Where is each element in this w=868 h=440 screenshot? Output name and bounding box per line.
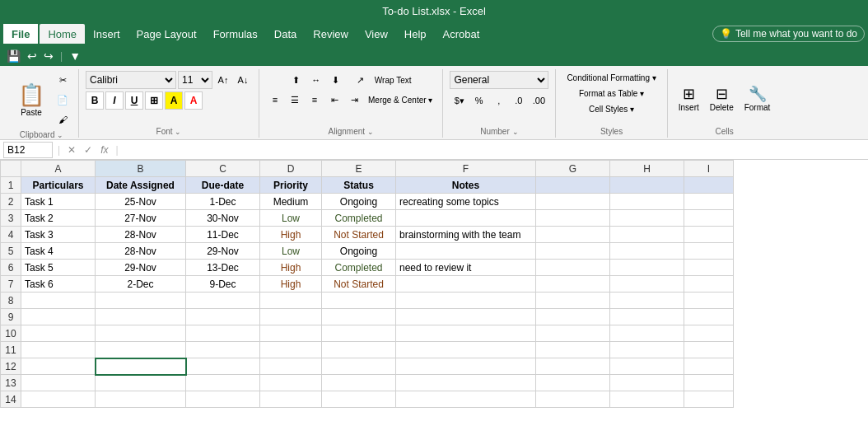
cell-13-6[interactable] <box>396 375 536 391</box>
cell-13-1[interactable] <box>21 375 96 391</box>
cell-13-4[interactable] <box>260 375 322 391</box>
cell-8-4[interactable] <box>260 293 322 309</box>
row-header-2[interactable]: 2 <box>1 194 21 210</box>
row-header-5[interactable]: 5 <box>1 243 21 260</box>
customize-qa-button[interactable]: ▼ <box>68 49 82 63</box>
cell-7-4[interactable]: High <box>260 276 322 293</box>
row-header-7[interactable]: 7 <box>1 276 21 293</box>
cell-8-5[interactable] <box>322 293 396 309</box>
cell-5-1[interactable]: Task 4 <box>21 243 96 260</box>
formula-input[interactable] <box>124 144 865 156</box>
cell-9-9[interactable] <box>684 309 734 325</box>
cell-9-2[interactable] <box>96 309 186 325</box>
cell-2-5[interactable]: Ongoing <box>322 194 396 210</box>
save-button[interactable]: 💾 <box>5 49 22 63</box>
col-header-a[interactable]: A <box>21 161 96 177</box>
cell-11-9[interactable] <box>684 342 734 358</box>
cell-8-8[interactable] <box>610 293 684 309</box>
cell-4-9[interactable] <box>684 227 734 243</box>
cell-14-9[interactable] <box>684 391 734 408</box>
insert-function-icon[interactable]: fx <box>98 144 110 156</box>
cell-10-3[interactable] <box>186 325 260 342</box>
cell-11-3[interactable] <box>186 342 260 358</box>
col-header-f[interactable]: F <box>396 161 536 177</box>
cell-7-1[interactable]: Task 6 <box>21 276 96 293</box>
cell-8-1[interactable] <box>21 293 96 309</box>
row-header-9[interactable]: 9 <box>1 309 21 325</box>
cell-12-2[interactable] <box>96 358 186 375</box>
cell-3-6[interactable] <box>396 210 536 227</box>
cell-9-3[interactable] <box>186 309 260 325</box>
cell-13-9[interactable] <box>684 375 734 391</box>
cell-6-9[interactable] <box>684 260 734 276</box>
cell-9-4[interactable] <box>260 309 322 325</box>
col-header-i[interactable]: I <box>684 161 734 177</box>
cell-13-5[interactable] <box>322 375 396 391</box>
cell-6-8[interactable] <box>610 260 684 276</box>
menu-data[interactable]: Data <box>266 24 305 44</box>
col-header-c[interactable]: C <box>186 161 260 177</box>
cell-9-7[interactable] <box>536 309 610 325</box>
cell-12-8[interactable] <box>610 358 684 375</box>
cell-10-4[interactable] <box>260 325 322 342</box>
decrease-decimal-button[interactable]: .0 <box>510 91 528 110</box>
cell-9-5[interactable] <box>322 309 396 325</box>
cell-11-5[interactable] <box>322 342 396 358</box>
cell-styles-button[interactable]: Cell Styles ▾ <box>585 102 638 116</box>
currency-button[interactable]: $▾ <box>450 91 469 110</box>
cell-4-8[interactable] <box>610 227 684 243</box>
cancel-formula-icon[interactable]: ✕ <box>65 144 78 156</box>
row-header-8[interactable]: 8 <box>1 293 21 309</box>
cell-8-3[interactable] <box>186 293 260 309</box>
decrease-font-button[interactable]: A↓ <box>234 71 252 89</box>
font-name-select[interactable]: Calibri Arial Times New Roman <box>86 71 176 89</box>
cell-6-1[interactable]: Task 5 <box>21 260 96 276</box>
menu-page-layout[interactable]: Page Layout <box>128 24 205 44</box>
cell-10-5[interactable] <box>322 325 396 342</box>
confirm-formula-icon[interactable]: ✓ <box>82 144 95 156</box>
file-menu[interactable]: File <box>3 24 38 44</box>
cell-4-7[interactable] <box>536 227 610 243</box>
cell-10-6[interactable] <box>396 325 536 342</box>
col-header-e[interactable]: E <box>322 161 396 177</box>
col-header-b[interactable]: B <box>96 161 186 177</box>
cell-6-2[interactable]: 29-Nov <box>96 260 186 276</box>
number-format-select[interactable]: General Number Currency Percentage <box>450 71 548 89</box>
cell-6-6[interactable]: need to review it <box>396 260 536 276</box>
cell-5-6[interactable] <box>396 243 536 260</box>
cell-12-4[interactable] <box>260 358 322 375</box>
cell-5-2[interactable]: 28-Nov <box>96 243 186 260</box>
col-header-d[interactable]: D <box>260 161 322 177</box>
cell-4-3[interactable]: 11-Dec <box>186 227 260 243</box>
merge-center-button[interactable]: Merge & Center ▾ <box>365 91 436 109</box>
cell-3-4[interactable]: Low <box>260 210 322 227</box>
cell-6-4[interactable]: High <box>260 260 322 276</box>
cell-14-4[interactable] <box>260 391 322 408</box>
cell-1-8[interactable] <box>610 177 684 194</box>
cell-12-5[interactable] <box>322 358 396 375</box>
cell-4-1[interactable]: Task 3 <box>21 227 96 243</box>
menu-review[interactable]: Review <box>305 24 357 44</box>
cell-5-7[interactable] <box>536 243 610 260</box>
cell-8-2[interactable] <box>96 293 186 309</box>
cell-1-4[interactable]: Priority <box>260 177 322 194</box>
row-header-1[interactable]: 1 <box>1 177 21 194</box>
cell-14-3[interactable] <box>186 391 260 408</box>
percent-button[interactable]: % <box>470 91 488 110</box>
paste-button[interactable]: 📋 Paste <box>12 77 51 122</box>
decrease-indent-button[interactable]: ⇤ <box>325 91 343 109</box>
align-center-button[interactable]: ☰ <box>286 91 304 109</box>
cell-6-5[interactable]: Completed <box>322 260 396 276</box>
cell-3-9[interactable] <box>684 210 734 227</box>
cell-1-3[interactable]: Due-date <box>186 177 260 194</box>
row-header-6[interactable]: 6 <box>1 260 21 276</box>
cell-11-4[interactable] <box>260 342 322 358</box>
cell-7-2[interactable]: 2-Dec <box>96 276 186 293</box>
cell-3-7[interactable] <box>536 210 610 227</box>
row-header-11[interactable]: 11 <box>1 342 21 358</box>
increase-indent-button[interactable]: ⇥ <box>345 91 363 109</box>
menu-insert[interactable]: Insert <box>85 24 128 44</box>
cell-3-8[interactable] <box>610 210 684 227</box>
align-right-button[interactable]: ≡ <box>306 91 324 109</box>
cell-10-1[interactable] <box>21 325 96 342</box>
